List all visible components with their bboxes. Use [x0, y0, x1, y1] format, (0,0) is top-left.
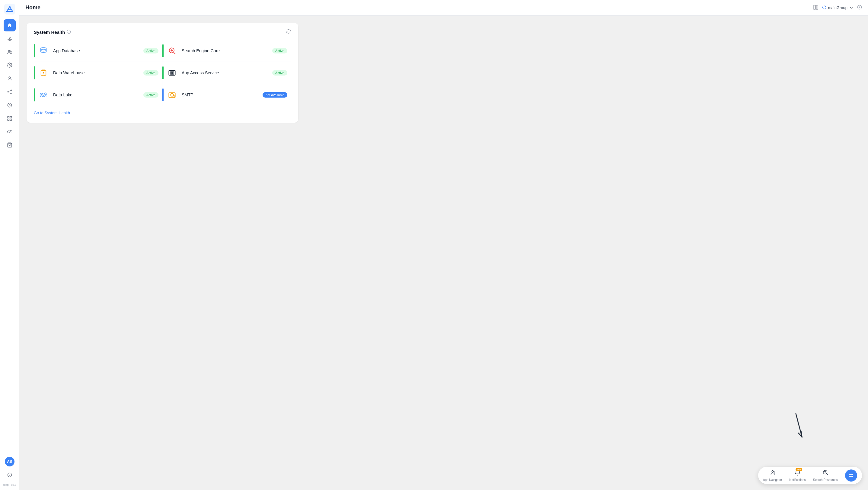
bottom-toolbar: App Navigator 99+ Notifications Search R… [758, 467, 862, 484]
sidebar-item-grid[interactable] [4, 112, 16, 124]
svg-point-42 [825, 471, 826, 472]
main-content: Home mainGroup System Health [19, 0, 868, 490]
svg-rect-15 [7, 119, 9, 120]
page-title: Home [25, 4, 40, 11]
refresh-icon [822, 5, 826, 10]
svg-point-5 [8, 50, 10, 52]
svg-point-29 [41, 48, 46, 50]
topbar: Home mainGroup [19, 0, 868, 16]
svg-point-3 [8, 39, 9, 40]
svg-point-39 [772, 471, 774, 472]
app-database-icon [37, 45, 50, 57]
smtp-badge: not available [262, 92, 287, 97]
notifications-label: Notifications [789, 478, 806, 482]
group-name: mainGroup [828, 5, 847, 10]
app-database-name: App Database [53, 48, 140, 53]
search-engine-icon [166, 45, 178, 57]
topbar-right: mainGroup [813, 4, 862, 11]
svg-rect-35 [169, 70, 175, 75]
app-navigator-icon [769, 469, 776, 477]
svg-line-31 [174, 52, 175, 54]
health-item-data-warehouse: Data Warehouse Active [34, 62, 162, 84]
svg-point-43 [849, 474, 850, 475]
data-warehouse-name: Data Warehouse [53, 70, 140, 75]
svg-point-7 [9, 65, 10, 66]
search-engine-badge: Active [272, 48, 287, 54]
system-health-info-icon[interactable] [67, 30, 71, 35]
svg-point-6 [10, 51, 11, 52]
search-resources-label: Search Resources [813, 478, 838, 482]
health-item-app-access: App Access Service Active [162, 62, 291, 84]
svg-point-44 [852, 474, 852, 475]
notification-count: 99+ [796, 468, 802, 471]
data-warehouse-badge: Active [143, 70, 158, 76]
card-refresh-icon[interactable] [286, 29, 291, 35]
health-item-app-database: App Database Active [34, 40, 162, 62]
sidebar-item-settings[interactable] [4, 59, 16, 71]
sidebar-item-home[interactable] [4, 19, 16, 31]
svg-rect-14 [10, 116, 11, 118]
group-selector[interactable]: mainGroup [822, 5, 854, 10]
health-grid: App Database Active Search Engine Core A… [34, 40, 291, 106]
chevron-down-icon [849, 6, 854, 10]
svg-rect-13 [7, 116, 9, 118]
svg-point-11 [10, 93, 11, 94]
status-bar-green [162, 66, 163, 79]
data-lake-badge: Active [143, 92, 158, 97]
sidebar-item-filter[interactable] [4, 33, 16, 45]
svg-rect-0 [4, 4, 15, 15]
app-database-badge: Active [143, 48, 158, 54]
app-access-name: App Access Service [182, 70, 269, 75]
data-lake-icon [37, 89, 50, 101]
layout-toggle-icon[interactable] [813, 4, 818, 11]
svg-point-46 [852, 476, 852, 477]
sidebar-item-person[interactable] [4, 73, 16, 85]
go-to-system-health-link[interactable]: Go to System Health [34, 111, 70, 115]
system-health-card: System Health App Database [27, 23, 298, 123]
health-item-smtp: SMTP not available [162, 84, 291, 106]
svg-point-45 [849, 476, 850, 477]
notifications-icon: 99+ [794, 469, 801, 477]
svg-point-1 [9, 6, 10, 7]
sidebar-item-connections[interactable] [4, 86, 16, 98]
card-title: System Health [34, 30, 65, 35]
status-bar-green [162, 44, 163, 57]
card-header: System Health [34, 29, 291, 35]
svg-rect-22 [816, 5, 817, 9]
app-logo[interactable] [4, 4, 15, 15]
svg-rect-16 [10, 119, 11, 120]
sidebar-bottom: AS cdap - v2.6 [3, 457, 16, 486]
sidebar: AS cdap - v2.6 [0, 0, 19, 490]
app-access-badge: Active [272, 70, 287, 76]
status-bar-green [34, 88, 35, 101]
sidebar-item-users[interactable] [4, 46, 16, 58]
svg-rect-21 [814, 5, 815, 9]
svg-point-10 [10, 90, 11, 91]
data-warehouse-icon [37, 67, 50, 79]
sidebar-item-clock[interactable] [4, 99, 16, 111]
app-navigator-label: App Navigator [763, 478, 782, 482]
app-access-icon [166, 67, 178, 79]
data-lake-name: Data Lake [53, 92, 140, 97]
user-avatar[interactable]: AS [5, 457, 14, 466]
sidebar-item-wave[interactable] [4, 126, 16, 138]
card-title-row: System Health [34, 30, 71, 35]
status-bar-green [34, 44, 35, 57]
search-engine-name: Search Engine Core [182, 48, 269, 53]
sidebar-item-bag[interactable] [4, 139, 16, 151]
apps-button[interactable] [845, 469, 857, 482]
svg-point-4 [10, 39, 11, 40]
sidebar-item-info[interactable] [4, 469, 16, 481]
svg-line-41 [827, 474, 828, 475]
app-version: cdap - v2.6 [3, 483, 16, 486]
toolbar-notifications[interactable]: 99+ Notifications [789, 469, 806, 482]
toolbar-app-navigator[interactable]: App Navigator [763, 469, 782, 482]
toolbar-search-resources[interactable]: Search Resources [813, 469, 838, 482]
svg-point-2 [9, 37, 10, 39]
svg-point-9 [7, 91, 8, 92]
info-menu-icon[interactable] [857, 5, 862, 11]
status-bar-blue [162, 88, 163, 101]
status-bar-green [34, 66, 35, 79]
page-content: System Health App Database [19, 16, 868, 490]
svg-rect-36 [170, 72, 174, 74]
